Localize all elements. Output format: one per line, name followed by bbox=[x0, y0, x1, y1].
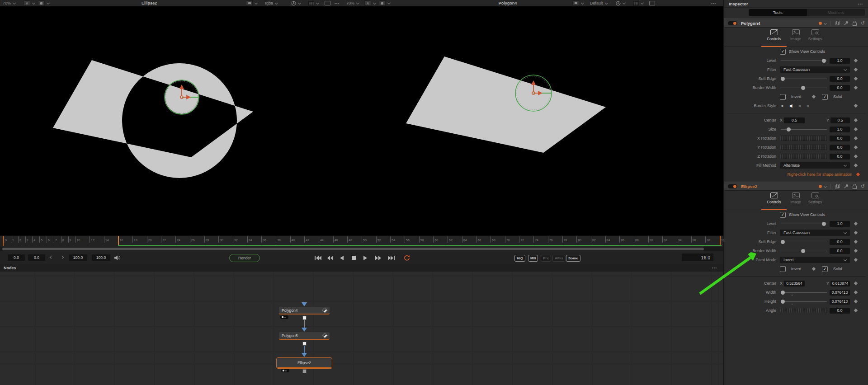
ellipse2-output-connector[interactable] bbox=[302, 369, 307, 373]
slider-handle[interactable] bbox=[781, 240, 785, 244]
checkbox-invert[interactable] bbox=[780, 94, 786, 100]
step-back-button[interactable] bbox=[48, 254, 52, 261]
polygon4-output-connector[interactable] bbox=[302, 316, 307, 320]
keyframe-diamond[interactable] bbox=[854, 164, 858, 167]
right-viewer-ab-buffer-dropdown[interactable]: A bbox=[364, 0, 376, 6]
value-field[interactable]: 0.0 bbox=[830, 239, 850, 245]
keyframe-diamond[interactable] bbox=[854, 68, 858, 71]
left-viewer[interactable] bbox=[0, 6, 362, 235]
node-polygon4[interactable]: Polygon4 bbox=[279, 307, 330, 315]
keyframe-diamond[interactable] bbox=[854, 240, 858, 244]
keyframe-diamond[interactable] bbox=[854, 249, 858, 253]
node-polygon5[interactable]: Polygon5 bbox=[279, 332, 330, 340]
tab-modifiers[interactable]: Modifiers bbox=[807, 9, 865, 16]
dropdown-fill-method[interactable]: Alternate bbox=[780, 162, 850, 169]
slider-handle[interactable] bbox=[801, 249, 805, 253]
right-viewer[interactable] bbox=[362, 6, 723, 235]
right-viewer-channel-dropdown[interactable]: Default bbox=[590, 0, 608, 6]
render-start-field[interactable]: 0.0 bbox=[28, 254, 45, 261]
keyframe-diamond[interactable] bbox=[854, 291, 858, 294]
value-field[interactable]: 0.0 bbox=[830, 145, 850, 150]
value-field[interactable]: 0.0 bbox=[830, 248, 850, 254]
nodes-menu-button[interactable]: ••• bbox=[712, 266, 717, 270]
keyframe-diamond[interactable] bbox=[854, 136, 858, 140]
keyframe-diamond[interactable] bbox=[854, 59, 858, 62]
loop-button[interactable] bbox=[404, 255, 410, 260]
aprx-toggle[interactable]: APrx bbox=[552, 255, 566, 262]
keyframe-diamond[interactable] bbox=[812, 95, 816, 99]
thumbwheel[interactable] bbox=[780, 145, 827, 150]
dropdown-filter[interactable]: Fast Gaussian bbox=[780, 230, 850, 236]
keyframe-diamond[interactable] bbox=[854, 127, 858, 131]
render-button[interactable]: Render bbox=[229, 254, 260, 262]
value-field[interactable]: 0.0 bbox=[830, 76, 850, 82]
keyframe-diamond[interactable] bbox=[854, 258, 858, 262]
keyframe-diamond[interactable] bbox=[854, 231, 858, 235]
slider-track[interactable] bbox=[781, 61, 827, 61]
keyframe-diamond[interactable] bbox=[854, 146, 858, 149]
keyframe-diamond[interactable] bbox=[854, 155, 858, 158]
keyframe-diamond[interactable] bbox=[854, 222, 858, 225]
range-end-field[interactable]: 100.0 bbox=[92, 254, 110, 261]
ellipse2-flags-pill[interactable] bbox=[281, 369, 289, 372]
pin-icon[interactable] bbox=[844, 21, 849, 25]
left-viewer-zoom-dropdown[interactable]: 70% bbox=[3, 0, 15, 6]
node-editor-canvas[interactable]: Polygon4 Polygon5 Ellipse2 bbox=[0, 272, 723, 385]
slider-handle[interactable] bbox=[781, 291, 785, 295]
some-toggle[interactable]: Some bbox=[566, 255, 580, 262]
right-viewer-menu-button[interactable]: ••• bbox=[711, 0, 716, 6]
value-field[interactable]: 1.0 bbox=[830, 221, 850, 227]
reset-icon[interactable]: ↺ bbox=[861, 21, 865, 25]
right-viewer-layout-dropdown[interactable] bbox=[379, 0, 390, 6]
prx-toggle[interactable]: Prx bbox=[541, 255, 551, 262]
audio-mute-button[interactable] bbox=[114, 255, 121, 260]
left-viewer-roi-dropdown[interactable] bbox=[246, 0, 257, 6]
scrollbar-thumb[interactable] bbox=[2, 248, 704, 250]
chevron-down-icon[interactable] bbox=[824, 21, 827, 24]
time-ruler[interactable]: 0123456789101214161820222426283032343638… bbox=[0, 235, 723, 247]
current-frame-field[interactable]: 16.0 bbox=[682, 254, 713, 261]
slider-track[interactable] bbox=[781, 224, 827, 224]
border-style-option-0[interactable]: ◄ bbox=[780, 103, 784, 108]
value-field[interactable]: 0.0 bbox=[830, 308, 850, 314]
tab-controls[interactable]: Controls bbox=[763, 192, 785, 204]
goto-start-button[interactable] bbox=[315, 255, 321, 260]
checkbox-solid[interactable] bbox=[822, 94, 828, 100]
left-viewer-frame-button[interactable] bbox=[325, 0, 330, 6]
polygon5-output-connector[interactable] bbox=[302, 342, 307, 346]
slider-handle[interactable] bbox=[801, 86, 805, 90]
slider-track[interactable] bbox=[781, 301, 827, 302]
step-forward-button[interactable] bbox=[59, 254, 63, 261]
keyframe-diamond[interactable] bbox=[854, 104, 858, 108]
polygon4-flags-pill[interactable] bbox=[280, 315, 288, 319]
right-viewer-zoom-dropdown[interactable]: 70% bbox=[346, 0, 359, 6]
version-dot-icon[interactable] bbox=[819, 185, 822, 188]
keyframe-diamond[interactable] bbox=[856, 173, 860, 176]
slider-track[interactable] bbox=[781, 242, 827, 242]
border-style-option-1[interactable]: ◄ bbox=[788, 103, 793, 108]
tab-tools[interactable]: Tools bbox=[749, 9, 807, 16]
dropdown-filter[interactable]: Fast Gaussian bbox=[780, 66, 850, 73]
slider-handle[interactable] bbox=[787, 127, 791, 131]
keyframe-diamond[interactable] bbox=[854, 118, 858, 122]
lock-icon[interactable] bbox=[853, 21, 857, 26]
value-field[interactable]: 0.0 bbox=[830, 85, 850, 91]
copy-settings-icon[interactable] bbox=[835, 184, 840, 188]
slider-handle[interactable] bbox=[781, 300, 785, 304]
slider-track[interactable] bbox=[781, 129, 827, 130]
lock-icon[interactable] bbox=[853, 184, 857, 189]
right-viewer-frame-button[interactable] bbox=[649, 0, 655, 6]
stop-button[interactable] bbox=[352, 255, 356, 260]
thumbwheel[interactable] bbox=[780, 136, 827, 141]
copy-settings-icon[interactable] bbox=[835, 21, 840, 25]
border-style-option-3[interactable]: ◄ bbox=[806, 103, 810, 108]
y-value-field[interactable]: 0.5 bbox=[830, 117, 850, 123]
keyframe-diamond[interactable] bbox=[854, 86, 858, 89]
play-reverse-button[interactable] bbox=[340, 255, 344, 260]
value-field[interactable]: 1.0 bbox=[830, 58, 850, 64]
slider-track[interactable] bbox=[781, 79, 827, 79]
slider-track[interactable] bbox=[781, 88, 827, 88]
checkbox-solid[interactable] bbox=[822, 266, 828, 272]
right-viewer-roi-dropdown[interactable] bbox=[572, 0, 584, 6]
render-range-start-marker[interactable] bbox=[3, 236, 4, 246]
